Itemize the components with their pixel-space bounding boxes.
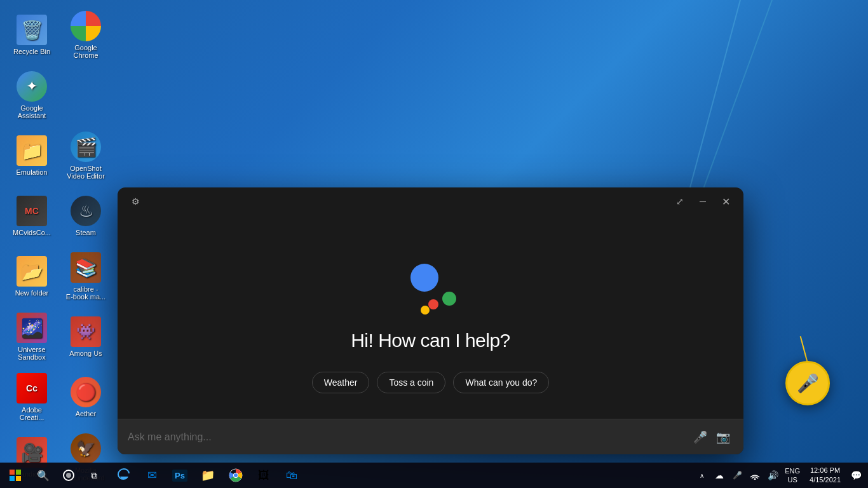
taskbar-cortana-button[interactable] [56,463,81,488]
suggestion-toss-coin[interactable]: Toss a coin [377,372,445,393]
svg-rect-2 [10,476,15,481]
desktop-icon-aether[interactable]: 🔴 Aether [60,369,111,426]
taskview-icon: ⧉ [91,470,97,481]
assistant-expand-button[interactable]: ⤢ [670,191,690,212]
google-assistant-label: GoogleAssistant [18,104,46,119]
recycle-bin-icon: 🗑️ [17,15,47,45]
photos-icon: 🖼 [258,469,269,482]
file-explorer-icon: 📁 [201,468,215,482]
desktop-icon-openshot[interactable]: 🎬 OpenShotVideo Editor [60,127,111,184]
assistant-text-input[interactable] [128,431,690,443]
taskbar-photos[interactable]: 🖼 [250,463,278,488]
input-camera-icon[interactable]: 📷 [713,427,733,447]
cortana-icon [63,470,74,481]
network-icon [750,471,760,480]
mcvids-icon: MC [17,196,47,226]
taskbar-edge[interactable] [110,463,138,488]
floating-mic-icon: 🎤 [797,373,819,394]
svg-point-5 [66,473,71,478]
tray-clock[interactable]: 12:06 PM 4/15/2021 [803,463,847,488]
emulation-label: Emulation [17,168,48,176]
assistant-titlebar: ⚙ ⤢ ─ ✕ [118,187,743,215]
language-region: US [788,475,797,484]
desktop-icon-google-assistant[interactable]: ✦ GoogleAssistant [6,67,57,124]
desktop-icon-recycle-bin[interactable]: 🗑️ Recycle Bin [6,6,57,64]
aether-icon: 🔴 [71,377,101,407]
photoshop-icon: Ps [172,470,187,482]
tray-notification-button[interactable]: 💬 [847,463,865,488]
taskbar-taskview-button[interactable]: ⧉ [81,463,107,488]
tray-weather[interactable]: ☁ [710,463,728,488]
desktop-icon-calibre[interactable]: 📚 calibre -E-book ma... [60,248,111,305]
taskbar-photoshop[interactable]: Ps [166,463,194,488]
mcvids-label: MCvidsCo... [13,229,51,236]
input-mic-icon[interactable]: 🎤 [690,427,710,447]
new-folder-label: New folder [15,289,49,297]
assistant-logo [405,264,456,315]
taskbar-store[interactable]: 🛍 [278,463,306,488]
assistant-greeting: Hi! How can I help? [351,330,510,351]
desktop-icon-universe-sandbox[interactable]: 🌌 UniverseSandbox [6,308,57,365]
aether-label: Aether [76,410,96,417]
edge-icon [117,468,131,482]
desktop-icon-mcvids[interactable]: MC MCvidsCo... [6,187,57,245]
adobe-label: AdobeCreati... [20,406,44,421]
google-chrome-icon [71,11,101,41]
clock-date: 4/15/2021 [810,475,841,485]
assistant-window: ⚙ ⤢ ─ ✕ Hi! How can I help? Weather T [118,187,743,454]
svg-rect-1 [16,470,21,475]
universe-sandbox-icon: 🌌 [17,313,47,343]
desktop-icon-steam[interactable]: ♨ Steam [60,187,111,245]
thunderbird-icon: 🦅 [71,433,101,464]
assistant-close-button[interactable]: ✕ [715,191,736,212]
svg-rect-3 [16,476,21,481]
svg-point-9 [754,478,756,480]
suggestion-weather[interactable]: Weather [312,372,370,393]
titlebar-right: ⤢ ─ ✕ [670,191,736,212]
assistant-minimize-button[interactable]: ─ [693,191,713,212]
desktop-icon-new-folder[interactable]: 📂 New folder [6,248,57,305]
tray-mic[interactable]: 🎤 [728,463,746,488]
taskbar-chrome[interactable] [222,463,250,488]
taskbar-systray: ∧ ☁ 🎤 🔊 ENG US 12:06 PM 4/15/2021 💬 [693,463,868,488]
tray-network[interactable] [746,463,764,488]
desktop: 🗑️ Recycle Bin Google Chrome ✦ GoogleAss… [0,0,868,488]
assistant-settings-button[interactable]: ⚙ [125,191,146,212]
clock-time: 12:06 PM [810,466,840,475]
svg-rect-0 [10,470,15,475]
taskbar-file-explorer[interactable]: 📁 [194,463,222,488]
logo-green-circle [442,292,456,306]
taskbar-mail[interactable]: ✉ [138,463,166,488]
tray-chevron[interactable]: ∧ [693,463,710,488]
among-us-label: Among Us [69,349,102,357]
svg-point-8 [234,473,238,477]
assistant-suggestions: Weather Toss a coin What can you do? [312,372,550,393]
desktop-icon-emulation[interactable]: 📁 Emulation [6,127,57,184]
google-assistant-icon: ✦ [17,71,47,102]
desktop-icon-adobe[interactable]: Cc AdobeCreati... [6,369,57,426]
search-icon: 🔍 [37,470,50,482]
emulation-icon: 📁 [17,135,47,166]
desktop-icon-google-chrome[interactable]: Google Chrome [60,6,111,64]
mail-icon: ✉ [147,468,157,482]
calibre-label: calibre -E-book ma... [66,285,105,301]
logo-yellow-circle [421,306,430,315]
floating-mic-button[interactable]: 🎤 [785,361,830,405]
taskbar-search-button[interactable]: 🔍 [31,463,56,488]
adobe-icon: Cc [17,373,47,403]
steam-label: Steam [76,229,96,236]
openshot-label: OpenShotVideo Editor [67,165,105,180]
among-us-icon: 👾 [71,316,101,347]
input-icons: 🎤 📷 [690,427,733,447]
windows-logo-icon [10,470,21,481]
assistant-input-area: 🎤 📷 [118,419,743,454]
desktop-icons-area: 🗑️ Recycle Bin Google Chrome ✦ GoogleAss… [6,6,111,486]
new-folder-icon: 📂 [17,256,47,287]
start-button[interactable] [0,463,31,488]
tray-language[interactable]: ENG US [782,463,803,488]
tray-volume[interactable]: 🔊 [764,463,782,488]
suggestion-what-can-you-do[interactable]: What can you do? [453,372,549,393]
openshot-icon: 🎬 [71,132,101,162]
desktop-icon-among-us[interactable]: 👾 Among Us [60,308,111,365]
taskbar: 🔍 ⧉ ✉ [0,463,868,488]
